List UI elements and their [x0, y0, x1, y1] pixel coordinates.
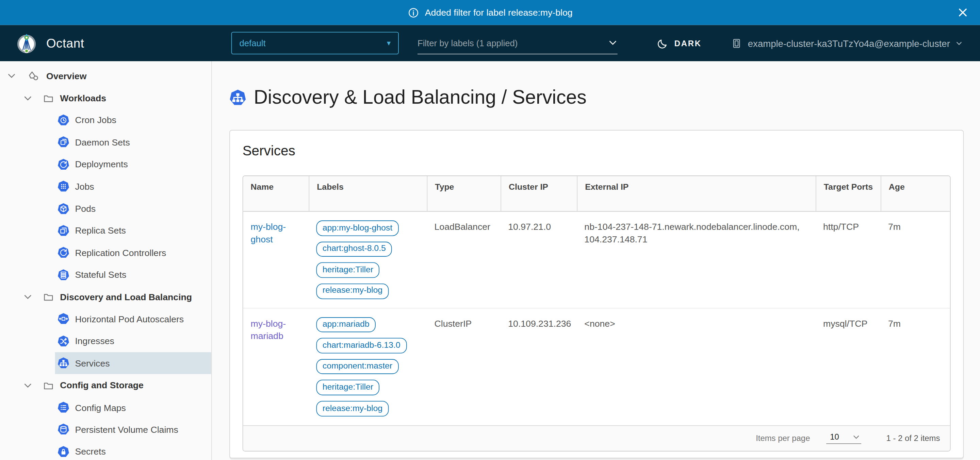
label-filter-input[interactable]: Filter by labels (1 applied) [417, 32, 617, 54]
brand: Octant [0, 32, 216, 55]
chevron-down-icon[interactable] [22, 292, 32, 302]
cell-external_ip: <none> [577, 308, 816, 425]
theme-toggle-button[interactable]: DARK [657, 37, 701, 49]
cluster-icon [730, 37, 742, 49]
sidebar-item-label: Services [75, 358, 110, 368]
label-badge[interactable]: component:master [316, 359, 398, 374]
label-badge[interactable]: chart:mariadb-6.13.0 [316, 338, 407, 353]
sidebar-item-jobs[interactable]: Jobs [0, 175, 211, 198]
sidebar-item-config-and-storage[interactable]: Config and Storage [0, 374, 211, 397]
label-badge[interactable]: release:my-blog [316, 401, 388, 416]
cluster-context-menu[interactable]: example-cluster-ka3TuTzYo4a@example-clus… [730, 37, 980, 49]
sidebar-item-overview[interactable]: Overview [0, 65, 211, 87]
column-header-name: Name [243, 176, 309, 211]
label-badge[interactable]: app:my-blog-ghost [316, 220, 398, 236]
sidebar-item-label: Overview [46, 71, 86, 81]
cell-target_ports: http/TCP [816, 212, 881, 308]
namespace-select[interactable]: default ▾ [231, 32, 399, 54]
ingresses-icon [57, 335, 69, 347]
horizontal-pod-autoscalers-icon [57, 313, 69, 325]
octant-logo-icon [15, 32, 38, 55]
applications-icon [27, 70, 40, 82]
sidebar-item-label: Pods [75, 204, 95, 214]
label-badge[interactable]: release:my-blog [316, 284, 388, 299]
sidebar-item-ingresses[interactable]: Ingresses [0, 330, 211, 352]
card-title: Services [243, 143, 951, 159]
deployments-icon [57, 159, 69, 170]
folder-icon [43, 380, 54, 391]
services-icon [57, 357, 69, 369]
page-size-select[interactable]: 10 [826, 432, 861, 444]
folder-icon [43, 93, 54, 103]
items-per-page-label: Items per page [756, 433, 810, 443]
sidebar-item-replication-controllers[interactable]: Replication Controllers [0, 242, 211, 264]
sidebar-item-deployments[interactable]: Deployments [0, 153, 211, 175]
label-badge[interactable]: chart:ghost-8.0.5 [316, 241, 392, 257]
sidebar-item-pods[interactable]: Pods [0, 198, 211, 220]
folder-icon [43, 292, 54, 302]
chevron-down-icon[interactable] [6, 71, 16, 81]
chevron-down-icon[interactable] [22, 94, 32, 103]
label-badge[interactable]: heritage:Tiller [316, 380, 379, 395]
column-header-target_ports: Target Ports [816, 176, 881, 211]
caret-down-icon: ▾ [387, 40, 391, 47]
page-size-value: 10 [830, 432, 839, 442]
sidebar-item-persistent-volume-claims[interactable]: Persistent Volume Claims [0, 419, 211, 441]
services-heptagon-icon [229, 89, 247, 106]
label-badge[interactable]: app:mariadb [316, 317, 375, 332]
sidebar-item-label: Config and Storage [60, 381, 143, 390]
service-name-link[interactable]: my-blog-ghost [251, 222, 286, 244]
sidebar-item-label: Ingresses [75, 336, 114, 346]
cell-age: 7m [881, 212, 951, 308]
cell-name: my-blog-ghost [243, 212, 309, 308]
column-header-cluster_ip: Cluster IP [501, 176, 577, 211]
sidebar-item-label: Replication Controllers [75, 248, 166, 258]
sidebar-item-stateful-sets[interactable]: Stateful Sets [0, 264, 211, 286]
sidebar-item-workloads[interactable]: Workloads [0, 87, 211, 109]
column-header-age: Age [881, 176, 951, 211]
config-maps-icon [57, 401, 69, 413]
sidebar-item-horizontal-pod-autoscalers[interactable]: Horizontal Pod Autoscalers [0, 308, 211, 330]
sidebar-item-discovery-and-load-balancing[interactable]: Discovery and Load Balancing [0, 286, 211, 308]
services-table: NameLabelsTypeCluster IPExternal IPTarge… [243, 175, 951, 451]
info-icon [407, 6, 419, 18]
sidebar-item-label: Secrets [75, 447, 105, 457]
main-content: Discovery & Load Balancing / Services Se… [212, 61, 980, 460]
sidebar-item-label: Horizontal Pod Autoscalers [75, 314, 184, 324]
column-header-labels: Labels [309, 176, 427, 211]
theme-toggle-label: DARK [675, 38, 702, 48]
sidebar-item-config-maps[interactable]: Config Maps [0, 397, 211, 419]
pods-icon [57, 203, 69, 214]
notification-banner: Added filter for label release:my-blog [0, 0, 980, 25]
label-badge[interactable]: heritage:Tiller [316, 262, 379, 278]
sidebar-item-daemon-sets[interactable]: Daemon Sets [0, 131, 211, 153]
close-icon[interactable] [958, 7, 968, 18]
sidebar-nav: OverviewWorkloadsCron JobsDaemon SetsDep… [0, 61, 212, 460]
cell-target_ports: mysql/TCP [816, 308, 881, 425]
replication-controllers-icon [57, 247, 69, 259]
sidebar-item-replica-sets[interactable]: Replica Sets [0, 220, 211, 242]
cell-type: ClusterIP [427, 308, 501, 425]
stateful-sets-icon [57, 269, 69, 281]
cell-age: 7m [881, 308, 951, 425]
sidebar-item-secrets[interactable]: Secrets [0, 441, 211, 460]
sidebar-item-label: Config Maps [75, 403, 126, 412]
cell-type: LoadBalancer [427, 212, 501, 308]
chevron-down-icon[interactable] [22, 381, 32, 390]
sidebar-item-label: Stateful Sets [75, 270, 126, 280]
chevron-down-icon [853, 433, 860, 441]
cell-name: my-blog-mariadb [243, 308, 309, 425]
app-title: Octant [46, 36, 84, 50]
namespace-value: default [239, 38, 266, 48]
sidebar-item-cron-jobs[interactable]: Cron Jobs [0, 109, 211, 131]
service-name-link[interactable]: my-blog-mariadb [251, 318, 286, 341]
sidebar-item-services[interactable]: Services [0, 352, 211, 374]
sidebar-item-label: Daemon Sets [75, 137, 130, 147]
cell-cluster_ip: 10.109.231.236 [501, 308, 577, 425]
column-header-type: Type [427, 176, 501, 211]
sidebar-item-label: Replica Sets [75, 226, 126, 236]
cron-jobs-icon [57, 114, 69, 126]
page-title-text: Discovery & Load Balancing / Services [254, 86, 587, 108]
table-row: my-blog-ghostapp:my-blog-ghostchart:ghos… [243, 212, 950, 308]
cell-external_ip: nb-104-237-148-71.newark.nodebalancer.li… [577, 212, 816, 308]
